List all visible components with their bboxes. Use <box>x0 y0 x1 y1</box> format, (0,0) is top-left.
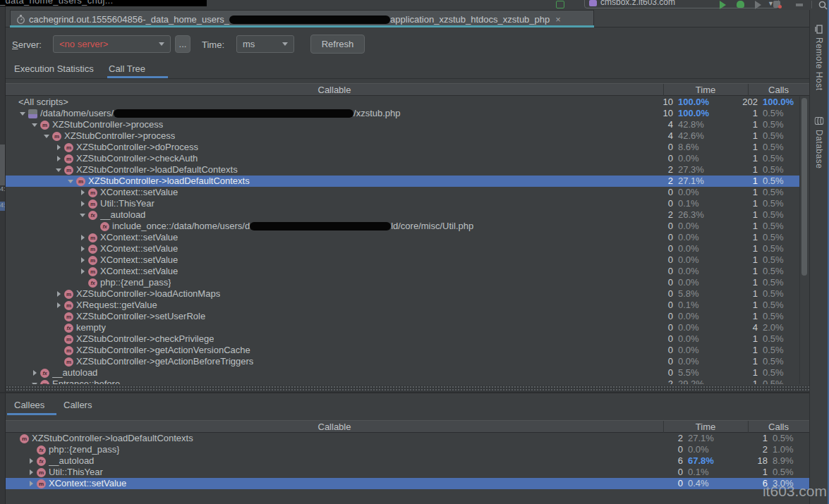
stop-icon[interactable] <box>796 4 803 6</box>
tree-row[interactable]: mXZStubController->setUserRole00.0%10.5% <box>6 311 799 322</box>
tree-row[interactable]: mEntrance::before229.2%10.5% <box>6 379 799 384</box>
tree-row[interactable]: mXRequest::getValue00.1%10.5% <box>6 300 799 311</box>
calls-value: 1 <box>739 108 758 119</box>
expand-toggle-icon[interactable] <box>54 145 63 150</box>
tree-row[interactable]: mUtil::ThisYear00.1%10.5% <box>6 198 799 209</box>
watermark: it603.com <box>695 483 827 500</box>
tab-callees[interactable]: Callees <box>14 400 44 410</box>
tab-title: cachegrind.out.1555604856-_data_home_use… <box>29 14 550 25</box>
collapse-toggle-icon[interactable] <box>78 214 87 217</box>
expand-toggle-icon[interactable] <box>54 302 63 308</box>
method-icon: m <box>88 199 97 209</box>
tree-row[interactable]: mXZStubController->loadDefaultContexts22… <box>6 433 809 444</box>
coverage-icon[interactable] <box>755 1 761 9</box>
expand-toggle-icon[interactable] <box>78 235 87 240</box>
expand-toggle-icon[interactable] <box>54 291 63 297</box>
expand-toggle-icon[interactable] <box>27 469 35 475</box>
column-header-calls[interactable]: Calls <box>748 85 809 95</box>
expand-toggle-icon[interactable] <box>78 269 87 274</box>
run-icon[interactable] <box>720 1 726 9</box>
tree-row[interactable]: mXContext::setValue00.4%63.0% <box>6 478 809 489</box>
tree-row[interactable]: mXZStubController->process442.8%10.5% <box>6 119 799 130</box>
tree-row[interactable]: fxkempty00.0%42.0% <box>6 322 799 333</box>
column-header-callable[interactable]: Callable <box>6 422 663 432</box>
tree-row[interactable]: mXContext::setValue00.0%10.5% <box>6 243 799 254</box>
browse-servers-button[interactable]: ... <box>175 35 190 53</box>
search-icon[interactable] <box>818 1 828 10</box>
collapse-toggle-icon[interactable] <box>30 383 39 385</box>
terminal-icon[interactable] <box>556 1 564 8</box>
collapse-toggle-icon[interactable] <box>54 168 63 172</box>
tool-window-remote-host[interactable]: Remote Host <box>814 18 824 91</box>
expand-toggle-icon[interactable] <box>78 246 87 252</box>
column-header-callable[interactable]: Callable <box>6 85 663 95</box>
expand-toggle-icon[interactable] <box>78 257 87 263</box>
tree-row[interactable]: mXZStubController->checkAuth00.0%10.5% <box>6 153 799 164</box>
calls-percent: 2.0% <box>763 322 784 333</box>
expand-toggle-icon[interactable] <box>27 481 35 486</box>
tree-row[interactable]: fx__autoload667.8%188.9% <box>6 455 809 467</box>
run-configuration-select[interactable]: cmsbox.z.it603.com ▼ <box>584 0 779 8</box>
column-header-time[interactable]: Time <box>663 422 748 432</box>
tree-row[interactable]: <All scripts>10100.0%202100.0% <box>6 97 799 108</box>
calls-percent: 8.9% <box>773 455 794 467</box>
tree-row[interactable]: mXZStubController->process442.6%10.5% <box>6 130 799 142</box>
column-header-calls[interactable]: Calls <box>748 422 809 432</box>
tree-row[interactable]: fxphp::{zend_pass}00.0%21.0% <box>6 444 809 455</box>
calls-value: 2 <box>749 444 768 455</box>
tree-row[interactable]: fx__autoload226.3%10.5% <box>6 209 799 221</box>
expand-toggle-icon[interactable] <box>78 190 87 195</box>
callable-label: Util::ThisYear <box>49 467 103 478</box>
server-select[interactable]: <no server> <box>53 35 171 53</box>
tree-row[interactable]: mUtil::ThisYear00.1%10.5% <box>6 467 809 478</box>
tree-row[interactable]: mXZStubController->loadDefaultContexts22… <box>6 164 799 176</box>
expand-toggle-icon[interactable] <box>78 201 87 207</box>
scrollbar-thumb[interactable] <box>801 98 807 276</box>
profiler-icon[interactable] <box>773 1 780 8</box>
debug-icon[interactable] <box>737 1 744 8</box>
tree-row[interactable]: mXZStubController->loadDefaultContexts22… <box>6 176 799 187</box>
horizontal-scrollbar[interactable] <box>6 386 809 392</box>
refresh-button[interactable]: Refresh <box>310 35 365 54</box>
collapse-toggle-icon[interactable] <box>66 180 75 183</box>
tab-callers[interactable]: Callers <box>63 400 92 410</box>
time-percent: 0.0% <box>688 444 709 455</box>
tree-row[interactable]: fxphp::{zend_pass}00.0%10.5% <box>6 277 799 288</box>
vertical-scrollbar[interactable] <box>799 97 809 384</box>
tree-row[interactable]: mXZStubController->getActionVersionCache… <box>6 345 799 356</box>
collapse-toggle-icon[interactable] <box>18 112 27 116</box>
call-tree: <All scripts>10100.0%202100.0%/data/home… <box>6 97 809 384</box>
tool-window-database[interactable]: Database <box>814 109 824 168</box>
expand-toggle-icon[interactable] <box>30 370 39 376</box>
tree-row[interactable]: mXContext::setValue00.0%10.5% <box>6 232 799 243</box>
background-window-edge: 4: 4: <box>0 6 6 504</box>
time-percent: 100.0% <box>678 108 709 119</box>
time-label: Time: <box>202 39 224 50</box>
time-unit-select[interactable]: ms <box>236 35 294 53</box>
callable-label: XZStubController->getActionVersionCache <box>76 345 250 356</box>
tree-row[interactable]: fxinclude_once::/data/home/users/dld/cor… <box>6 221 799 232</box>
tree-row[interactable]: fx__autoload05.5%10.5% <box>6 367 799 379</box>
tab-execution-statistics[interactable]: Execution Statistics <box>14 63 94 74</box>
tab-call-tree[interactable]: Call Tree <box>109 63 145 74</box>
tree-row[interactable]: mXZStubController->checkPrivilege00.0%10… <box>6 333 799 345</box>
tree-row[interactable]: /data/home/users//xzstub.php10100.0%10.5… <box>6 108 799 119</box>
tree-row[interactable]: mXContext::setValue00.0%10.5% <box>6 254 799 266</box>
collapse-toggle-icon[interactable] <box>42 135 51 138</box>
collapse-toggle-icon[interactable] <box>30 123 39 127</box>
time-percent: 0.0% <box>678 221 699 232</box>
expand-toggle-icon[interactable] <box>54 156 63 161</box>
column-header-time[interactable]: Time <box>663 85 748 95</box>
tree-row[interactable]: mXContext::setValue00.0%10.5% <box>6 187 799 198</box>
tree-row[interactable]: mXZStubController->doProcess08.6%10.5% <box>6 142 799 153</box>
snapshot-toolbar: Server: <no server> ... Time: ms Refresh <box>6 27 809 58</box>
time-value: 2 <box>655 164 673 176</box>
close-icon[interactable]: × <box>555 14 561 25</box>
calls-percent: 0.5% <box>763 311 784 322</box>
tree-row[interactable]: mXZStubController->loadActionMaps05.8%10… <box>6 288 799 300</box>
tree-row[interactable]: mXContext::setValue00.0%10.5% <box>6 266 799 277</box>
function-icon: fx <box>40 369 49 378</box>
expand-toggle-icon[interactable] <box>27 458 35 464</box>
callable-label: php::{zend_pass} <box>100 277 171 288</box>
tree-row[interactable]: mXZStubController->getActionBeforeTrigge… <box>6 356 799 367</box>
